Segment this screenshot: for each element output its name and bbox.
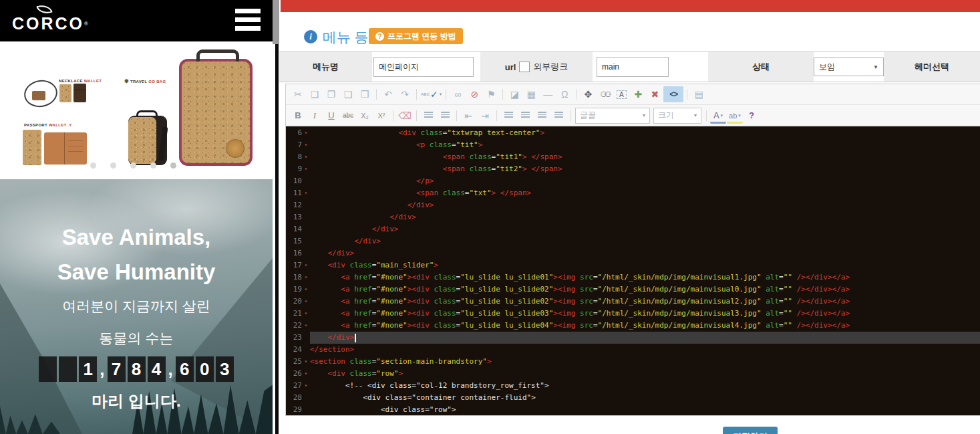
- code-line-21[interactable]: 21▾<a href="#none"><div class="lu_slide …: [286, 308, 980, 320]
- paste-word-icon[interactable]: ❒: [357, 86, 373, 102]
- align-center-icon[interactable]: [517, 108, 533, 124]
- unlink-icon[interactable]: ⊘: [466, 86, 482, 102]
- anchor-icon[interactable]: ⚑: [483, 86, 499, 102]
- code-line-29[interactable]: 29<div class="row">: [286, 404, 980, 415]
- source-code-area[interactable]: 6▾<div class="txtwrap text-center">7▾<p …: [286, 126, 980, 415]
- code-line-18[interactable]: 18▾<a href="#none"><div class="lu_slide …: [286, 272, 980, 284]
- code-line-15[interactable]: 15</div>: [286, 235, 980, 247]
- brown-wallet-photo[interactable]: [73, 84, 86, 102]
- code-line-8[interactable]: 8▾<span class="tit1"> </span>: [286, 151, 980, 163]
- image-icon[interactable]: ◪: [506, 86, 522, 102]
- fold-arrow-icon[interactable]: ▾: [302, 380, 310, 392]
- slider-dot[interactable]: [150, 162, 156, 169]
- undo-icon[interactable]: ↶: [380, 86, 396, 102]
- copy-icon[interactable]: ❏: [307, 86, 323, 102]
- help-icon[interactable]: ?: [744, 108, 760, 124]
- horizontal-line-icon[interactable]: ―: [540, 86, 556, 102]
- maximize-icon[interactable]: ✥: [580, 86, 596, 102]
- align-justify-icon[interactable]: [550, 108, 566, 124]
- slider-dot[interactable]: [170, 162, 176, 169]
- select-all-icon[interactable]: A: [613, 86, 629, 102]
- status-select[interactable]: 보임 ▼: [814, 58, 884, 76]
- code-line-19[interactable]: 19▾<a href="#none"><div class="lu_slide …: [286, 284, 980, 296]
- bulleted-list-icon[interactable]: [437, 108, 453, 124]
- slider-dot[interactable]: [90, 162, 96, 169]
- fold-arrow-icon[interactable]: ▾: [302, 308, 310, 320]
- slider-dot[interactable]: [130, 162, 136, 169]
- hamburger-menu-icon[interactable]: [235, 9, 261, 35]
- subscript-icon[interactable]: X₂: [357, 108, 373, 124]
- code-line-12[interactable]: 12</div>: [286, 199, 980, 211]
- program-link-help-button[interactable]: ? 프로그램 연동 방법: [369, 28, 463, 44]
- code-line-26[interactable]: 26▾<div class="row">: [286, 368, 980, 380]
- code-line-24[interactable]: 24</section>: [286, 344, 980, 356]
- code-line-6[interactable]: 6▾<div class="txtwrap text-center">: [286, 127, 980, 139]
- code-line-20[interactable]: 20▾<a href="#none"><div class="lu_slide …: [286, 296, 980, 308]
- code-line-22[interactable]: 22▾<a href="#none"><div class="lu_slide …: [286, 320, 980, 332]
- link-icon[interactable]: ∞: [450, 86, 466, 102]
- table-icon[interactable]: ▦: [523, 86, 539, 102]
- corco-logo[interactable]: CORCO®: [12, 4, 88, 32]
- outdent-icon[interactable]: ⇤: [460, 108, 476, 124]
- cork-wallet-photo[interactable]: [59, 84, 71, 102]
- superscript-icon[interactable]: X²: [373, 108, 389, 124]
- code-line-9[interactable]: 9▾<span class="tit2"> </span>: [286, 163, 980, 175]
- passport-open-wallet-photo[interactable]: [44, 132, 87, 165]
- menu-name-input[interactable]: [373, 57, 474, 77]
- code-line-28[interactable]: 28<div class="container container-fluid"…: [286, 392, 980, 404]
- passport-cover-photo[interactable]: [23, 130, 41, 165]
- text-color-icon[interactable]: A▾: [710, 110, 726, 124]
- redo-icon[interactable]: ↷: [397, 86, 413, 102]
- indent-icon[interactable]: ⇥: [477, 108, 493, 124]
- cut-icon[interactable]: ✂: [290, 86, 306, 102]
- underline-icon[interactable]: U: [323, 108, 339, 124]
- fold-arrow-icon[interactable]: ▾: [302, 320, 310, 332]
- fold-arrow-icon[interactable]: ▾: [302, 259, 310, 272]
- code-line-27[interactable]: 27▾<!-- <div class="col-12 brandstory_ro…: [286, 380, 980, 392]
- align-right-icon[interactable]: [534, 108, 550, 124]
- url-input[interactable]: [597, 57, 669, 77]
- external-link-checkbox[interactable]: [519, 62, 530, 72]
- fold-arrow-icon[interactable]: ▾: [302, 187, 310, 199]
- remove-format-icon[interactable]: ⌫: [397, 108, 413, 124]
- italic-icon[interactable]: I: [307, 108, 323, 124]
- print-icon[interactable]: ▤: [691, 86, 707, 102]
- bg-color-icon[interactable]: ab▾: [727, 110, 743, 124]
- code-line-11[interactable]: 11▾<span class="txt"> </span>: [286, 187, 980, 199]
- code-line-16[interactable]: 16</div>: [286, 247, 980, 259]
- scrollbar-thumb[interactable]: [273, 0, 279, 44]
- code-line-7[interactable]: 7▾<p class="tit">: [286, 139, 980, 151]
- small-backpack-photo[interactable]: [128, 110, 167, 165]
- code-line-13[interactable]: 13</div>: [286, 211, 980, 223]
- add-tag-icon[interactable]: ✚: [630, 86, 646, 102]
- fold-arrow-icon[interactable]: ▾: [302, 296, 310, 308]
- code-line-10[interactable]: 10</p>: [286, 175, 980, 187]
- align-left-icon[interactable]: [500, 108, 516, 124]
- paste-icon[interactable]: ❐: [323, 86, 339, 102]
- font-family-select[interactable]: 글꼴▾: [575, 108, 650, 124]
- preview-scrollbar[interactable]: [273, 0, 279, 434]
- paste-text-icon[interactable]: ❑: [340, 86, 356, 102]
- special-char-icon[interactable]: Ω: [556, 86, 573, 102]
- fold-arrow-icon[interactable]: ▾: [302, 127, 310, 139]
- fold-arrow-icon[interactable]: ▾: [302, 284, 310, 296]
- necklace-pendant[interactable]: [32, 91, 45, 100]
- code-line-25[interactable]: 25▾<section class="section-main-brandsto…: [286, 356, 980, 368]
- fold-arrow-icon[interactable]: ▾: [302, 139, 310, 151]
- save-button[interactable]: 저장하기: [723, 427, 778, 434]
- strikethrough-icon[interactable]: abc: [340, 108, 356, 124]
- code-line-23[interactable]: 23</div>: [286, 332, 980, 344]
- fold-arrow-icon[interactable]: ▾: [302, 356, 310, 368]
- spellcheck-icon[interactable]: ABC✓▾: [420, 86, 442, 102]
- fold-arrow-icon[interactable]: ▾: [302, 151, 310, 163]
- slider-dot[interactable]: [110, 162, 116, 169]
- find-replace-icon[interactable]: ⚆⚆: [597, 86, 613, 102]
- code-line-17[interactable]: 17▾<div class="main_slider">: [286, 259, 980, 272]
- numbered-list-icon[interactable]: [420, 108, 436, 124]
- source-icon[interactable]: <>: [663, 86, 683, 102]
- fold-arrow-icon[interactable]: ▾: [302, 368, 310, 380]
- bold-icon[interactable]: B: [290, 108, 306, 124]
- fold-arrow-icon[interactable]: ▾: [302, 163, 310, 175]
- font-size-select[interactable]: 크기▾: [653, 108, 701, 124]
- large-backpack-photo[interactable]: [179, 59, 253, 166]
